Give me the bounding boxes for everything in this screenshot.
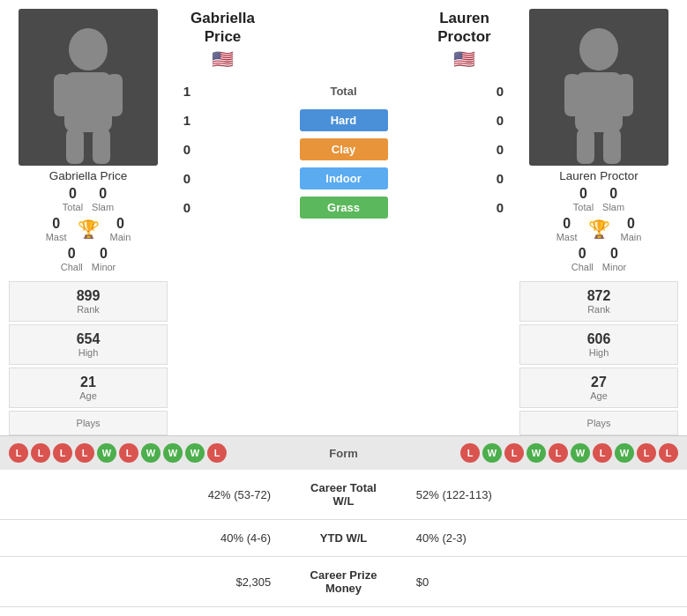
right-form-pill: W	[615, 443, 634, 463]
clay-right-score: 0	[487, 142, 513, 157]
left-main-value: 0	[116, 216, 124, 232]
bottom-stat-row: 40% (4-6) YTD W/L 40% (2-3)	[0, 520, 687, 557]
right-slam-value: 0	[609, 186, 617, 202]
left-mast-value: 0	[52, 216, 60, 232]
hard-right-score: 0	[487, 113, 513, 128]
left-chall-label: Chall	[61, 262, 83, 272]
left-form-pill: L	[9, 443, 28, 463]
btm-right-val: $0	[399, 557, 687, 607]
left-total-stat: 0 Total	[63, 186, 83, 212]
left-minor-label: Minor	[92, 262, 116, 272]
left-mast-stat: 0 Mast	[46, 216, 67, 242]
svg-rect-2	[54, 74, 70, 116]
bottom-stat-row: $2,305 Career Prize Money $0	[0, 557, 687, 607]
clay-left-score: 0	[174, 142, 200, 157]
right-form-pill: W	[526, 443, 546, 463]
right-slam-stat: 0 Slam	[602, 186, 624, 212]
bottom-stats-table: 42% (53-72) Career Total W/L 52% (122-11…	[0, 470, 687, 616]
btm-center-label: YTD W/L	[288, 520, 399, 557]
form-label: Form	[231, 447, 456, 460]
right-total-value: 0	[579, 186, 587, 202]
right-plays-label: Plays	[529, 418, 668, 428]
right-trophy-icon: 🏆	[588, 219, 610, 240]
grass-badge: Grass	[300, 197, 388, 219]
left-minor-stat: 0 Minor	[92, 246, 116, 272]
middle-column: Gabriella Price 🇺🇸 Lauren Proctor 🇺🇸 1 T…	[168, 9, 519, 272]
rank-age-section: 899 Rank 654 High 21 Age Plays 872 Rank	[0, 281, 687, 435]
left-form-pills: LLLLWLWWWL	[9, 443, 227, 463]
right-form-pill: W	[482, 443, 502, 463]
right-minor-value: 0	[610, 246, 618, 262]
right-silhouette-icon	[550, 25, 647, 166]
left-total-slam: 0 Total 0 Slam	[63, 186, 114, 212]
left-plays-label: Plays	[19, 418, 158, 428]
right-mast-value: 0	[563, 216, 571, 232]
left-center-name: Gabriella Price	[172, 9, 273, 47]
left-high-box: 654 High	[9, 324, 168, 365]
left-form-pill: W	[185, 443, 205, 463]
right-mast-main: 0 Mast 🏆 0 Main	[556, 216, 642, 242]
left-high-label: High	[19, 347, 158, 358]
hard-row: 1 Hard 0	[172, 107, 515, 134]
total-right-score: 0	[487, 84, 513, 99]
btm-right-val: 0	[399, 607, 687, 617]
surface-rows: 1 Total 0 1 Hard 0 0	[172, 78, 515, 221]
right-total-slam: 0 Total 0 Slam	[573, 186, 624, 212]
svg-rect-1	[64, 72, 112, 132]
left-minor-value: 0	[100, 246, 108, 262]
svg-rect-10	[577, 129, 594, 164]
right-chall-value: 0	[579, 246, 586, 262]
total-left-score: 1	[174, 84, 200, 99]
left-age-value: 21	[19, 375, 158, 390]
left-rank-age: 899 Rank 654 High 21 Age Plays	[9, 281, 168, 435]
btm-left-val: 40% (4-6)	[0, 520, 288, 557]
grass-badge-wrap: Grass	[200, 197, 487, 219]
right-form-pill: L	[460, 443, 480, 463]
right-chall-minor: 0 Chall 0 Minor	[571, 246, 627, 272]
right-flag: 🇺🇸	[414, 48, 515, 70]
svg-rect-7	[575, 72, 623, 132]
right-plays-box: Plays	[519, 411, 678, 435]
hard-badge-wrap: Hard	[200, 109, 487, 131]
right-minor-stat: 0 Minor	[602, 246, 627, 272]
right-form-pills: LWLWLWLWLL	[460, 443, 678, 463]
svg-point-6	[579, 28, 618, 71]
right-mast-stat: 0 Mast	[556, 216, 578, 242]
clay-row: 0 Clay 0	[172, 136, 515, 163]
left-rank-box: 899 Rank	[9, 281, 168, 322]
left-slam-label: Slam	[92, 202, 114, 212]
left-age-label: Age	[19, 390, 158, 401]
right-form-pill: L	[659, 443, 678, 463]
right-form-pill: L	[637, 443, 656, 463]
left-total-value: 0	[69, 186, 77, 202]
indoor-right-score: 0	[487, 171, 513, 186]
right-chall-stat: 0 Chall	[571, 246, 594, 272]
svg-rect-8	[564, 74, 580, 116]
right-age-label: Age	[529, 390, 668, 401]
svg-rect-3	[107, 74, 123, 116]
btm-left-val: 42% (53-72)	[0, 470, 288, 520]
right-high-value: 606	[529, 331, 668, 347]
left-mast-label: Mast	[46, 232, 67, 242]
hard-left-score: 1	[174, 113, 200, 128]
indoor-left-score: 0	[174, 171, 200, 186]
player-comparison-section: Gabriella Price 0 Total 0 Slam 0 Mast 🏆	[0, 0, 687, 281]
right-center-name: Lauren Proctor	[414, 9, 515, 47]
right-age-box: 27 Age	[519, 367, 678, 408]
svg-rect-5	[93, 129, 110, 164]
right-age-value: 27	[529, 375, 668, 390]
left-rank-label: Rank	[19, 304, 158, 315]
left-high-value: 654	[19, 331, 158, 347]
left-name-block: Gabriella Price 🇺🇸	[172, 9, 273, 70]
left-chall-minor: 0 Chall 0 Minor	[61, 246, 116, 272]
indoor-badge: Indoor	[300, 167, 388, 189]
grass-left-score: 0	[174, 200, 200, 215]
grass-row: 0 Grass 0	[172, 194, 515, 221]
btm-left-val: 0	[0, 607, 288, 617]
grass-right-score: 0	[487, 200, 513, 215]
right-name-block: Lauren Proctor 🇺🇸	[414, 9, 515, 70]
right-main-value: 0	[627, 216, 635, 232]
clay-badge-wrap: Clay	[200, 138, 487, 160]
left-form-pill: L	[207, 443, 227, 463]
left-form-pill: L	[119, 443, 138, 463]
